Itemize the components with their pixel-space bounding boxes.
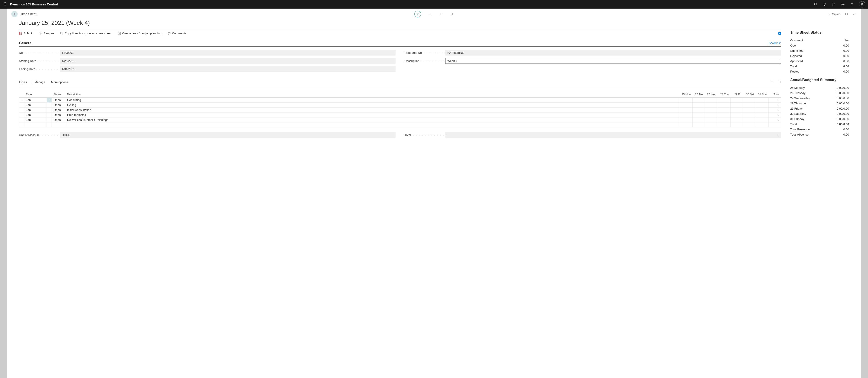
cell-d4[interactable] (718, 107, 731, 113)
table-row-empty[interactable] (19, 122, 781, 127)
col-type[interactable]: Type (24, 92, 47, 98)
cell-description[interactable]: Deliver chairs, other furnishings (65, 118, 680, 122)
cell-d7[interactable] (756, 102, 769, 107)
cell-d3[interactable] (705, 118, 718, 122)
row-menu-icon[interactable] (47, 113, 52, 118)
col-d7[interactable]: 31 Sun (756, 92, 769, 98)
comments-action[interactable]: Comments (167, 32, 186, 35)
cell-d3[interactable] (705, 113, 718, 118)
row-selector[interactable] (19, 107, 24, 113)
back-button[interactable] (11, 11, 18, 17)
row-menu-icon[interactable] (47, 102, 52, 107)
help-icon[interactable] (850, 2, 854, 6)
cell-d4[interactable] (718, 118, 731, 122)
cell-type[interactable]: Job (24, 107, 47, 113)
table-row[interactable]: JobOpenPrep for install0 (19, 113, 781, 118)
cell-d2[interactable] (692, 118, 705, 122)
cell-d2[interactable] (692, 102, 705, 107)
description-field[interactable] (445, 58, 781, 64)
lines-share-icon[interactable] (770, 80, 774, 84)
row-menu-icon[interactable] (47, 107, 52, 113)
col-total[interactable]: Total (769, 92, 781, 98)
row-selector[interactable] (19, 102, 24, 107)
cell-d6[interactable] (743, 113, 756, 118)
cell-d3[interactable] (705, 98, 718, 102)
cell-d5[interactable] (731, 98, 743, 102)
lines-expand-icon[interactable] (777, 80, 781, 84)
cell-d6[interactable] (743, 102, 756, 107)
cell-d3[interactable] (705, 102, 718, 107)
manage-action[interactable]: Manage (35, 81, 45, 84)
row-selector[interactable] (19, 118, 24, 122)
cell-d6[interactable] (743, 107, 756, 113)
table-row[interactable]: JobOpenInitial Consultation0 (19, 107, 781, 113)
col-d3[interactable]: 27 Wed (705, 92, 718, 98)
cell-d2[interactable] (692, 107, 705, 113)
gear-icon[interactable] (841, 2, 845, 6)
cell-d1[interactable] (680, 113, 692, 118)
copy-lines-action[interactable]: Copy lines from previous time sheet (60, 32, 112, 35)
cell-d1[interactable] (680, 98, 692, 102)
info-badge-icon[interactable]: i (778, 32, 781, 35)
search-icon[interactable] (814, 2, 818, 6)
show-less-link[interactable]: Show less (769, 41, 781, 45)
cell-d7[interactable] (756, 113, 769, 118)
col-d4[interactable]: 28 Thu (718, 92, 731, 98)
cell-d5[interactable] (731, 113, 743, 118)
cell-description[interactable]: Ceiling (65, 102, 680, 107)
flag-icon[interactable] (832, 2, 836, 6)
share-icon[interactable] (428, 12, 432, 16)
cell-d2[interactable] (692, 98, 705, 102)
table-row[interactable]: →Job⋮OpenConsulting0 (19, 98, 781, 102)
cell-description[interactable]: Prep for install (65, 113, 680, 118)
cell-type[interactable]: Job (24, 118, 47, 122)
lines-table[interactable]: Type Status Description 25 Mon 26 Tue 27… (19, 92, 781, 127)
cell-type[interactable]: Job (24, 98, 47, 102)
cell-description[interactable]: Consulting (65, 98, 680, 102)
row-selector[interactable] (19, 113, 24, 118)
cell-d1[interactable] (680, 118, 692, 122)
cell-d6[interactable] (743, 118, 756, 122)
delete-icon[interactable] (450, 12, 454, 16)
create-lines-action[interactable]: Create lines from job planning (118, 32, 161, 35)
row-menu-icon[interactable] (47, 118, 52, 122)
new-icon[interactable] (439, 12, 443, 16)
table-row[interactable]: JobOpenDeliver chairs, other furnishings… (19, 118, 781, 122)
submit-action[interactable]: Submit (19, 32, 33, 35)
app-launcher-icon[interactable] (3, 2, 6, 6)
cell-d4[interactable] (718, 102, 731, 107)
cell-d4[interactable] (718, 98, 731, 102)
cell-d4[interactable] (718, 113, 731, 118)
cell-d7[interactable] (756, 118, 769, 122)
cell-type[interactable]: Job (24, 102, 47, 107)
col-d5[interactable]: 29 Fri (731, 92, 743, 98)
cell-d5[interactable] (731, 107, 743, 113)
cell-d7[interactable] (756, 98, 769, 102)
collapse-icon[interactable] (852, 12, 857, 16)
col-d2[interactable]: 26 Tue (692, 92, 705, 98)
reopen-action[interactable]: Reopen (39, 32, 54, 35)
cell-description[interactable]: Initial Consultation (65, 107, 680, 113)
popout-icon[interactable] (844, 12, 848, 16)
row-menu-icon[interactable]: ⋮ (47, 98, 52, 102)
cell-d7[interactable] (756, 107, 769, 113)
edit-button[interactable] (414, 11, 421, 18)
cell-d5[interactable] (731, 102, 743, 107)
cell-d3[interactable] (705, 107, 718, 113)
avatar[interactable]: F (859, 1, 865, 7)
col-description[interactable]: Description (65, 92, 680, 98)
row-selector[interactable]: → (19, 98, 24, 102)
summary-row: Total0.00/0.00 (790, 122, 849, 127)
cell-d2[interactable] (692, 113, 705, 118)
more-options-action[interactable]: More options (51, 81, 68, 84)
table-row[interactable]: JobOpenCeiling0 (19, 102, 781, 107)
cell-d1[interactable] (680, 107, 692, 113)
cell-d1[interactable] (680, 102, 692, 107)
notifications-icon[interactable] (823, 2, 827, 6)
col-d1[interactable]: 25 Mon (680, 92, 692, 98)
col-status[interactable]: Status (52, 92, 65, 98)
cell-type[interactable]: Job (24, 113, 47, 118)
col-d6[interactable]: 30 Sat (743, 92, 756, 98)
cell-d6[interactable] (743, 98, 756, 102)
cell-d5[interactable] (731, 118, 743, 122)
